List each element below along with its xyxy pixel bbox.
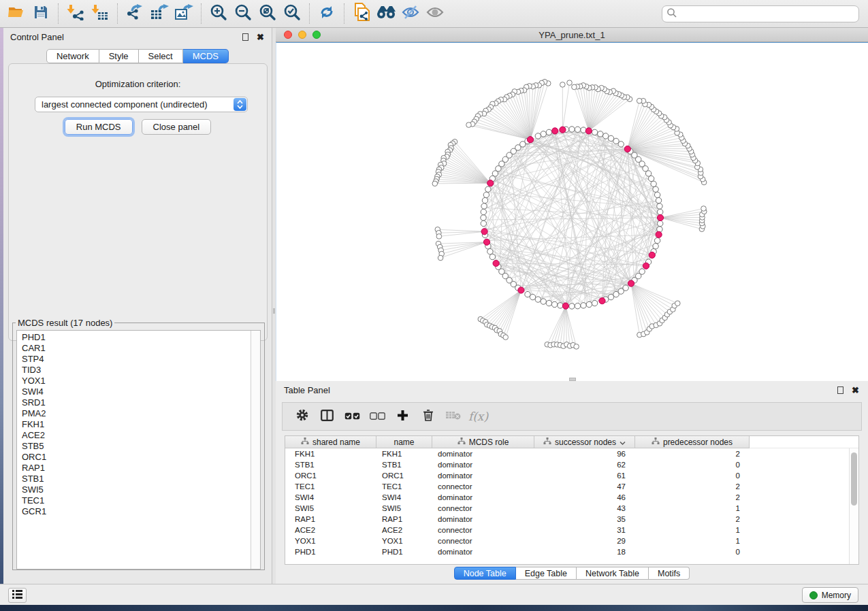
memory-button[interactable]: Memory — [802, 587, 858, 603]
zoom-in-button[interactable] — [206, 3, 231, 24]
open-folder-icon — [7, 5, 25, 22]
cell-name: ACE2 — [376, 526, 432, 534]
cell-name: RAP1 — [376, 515, 432, 523]
network-canvas[interactable] — [276, 42, 868, 381]
table-row[interactable]: ACE2ACE2connector311 — [285, 525, 849, 535]
run-mcds-button[interactable]: Run MCDS — [65, 119, 133, 135]
result-node[interactable]: FKH1 — [22, 419, 251, 430]
result-node[interactable]: STB1 — [22, 474, 251, 484]
result-node[interactable]: PHD1 — [22, 332, 251, 343]
refresh-button[interactable] — [315, 3, 339, 24]
export-network-button[interactable] — [123, 3, 147, 24]
mcds-result-title: MCDS result (17 nodes) — [16, 318, 114, 328]
result-node[interactable]: YOX1 — [22, 376, 251, 386]
close-panel-icon[interactable]: ✖ — [851, 386, 860, 395]
table-scrollbar[interactable] — [849, 448, 858, 564]
result-node[interactable]: PMA2 — [22, 408, 251, 419]
table-row[interactable]: RAP1RAP1dominator352 — [285, 514, 849, 525]
float-panel-icon[interactable] — [836, 386, 845, 395]
table-row[interactable]: FKH1FKH1dominator962 — [285, 448, 849, 459]
column-header-MCDS-role[interactable]: MCDS role — [432, 436, 534, 448]
export-image-button[interactable] — [172, 3, 196, 24]
tab-select[interactable]: Select — [139, 49, 183, 63]
result-node[interactable]: SWI5 — [22, 484, 251, 495]
cell-MCDS-role: connector — [432, 504, 534, 512]
table-row[interactable]: SWI5SWI5connector431 — [285, 503, 849, 514]
tab-node-table[interactable]: Node Table — [454, 567, 516, 580]
delete-column-button[interactable] — [415, 405, 440, 428]
table-row[interactable]: ORC1ORC1dominator610 — [285, 470, 849, 481]
tab-motifs[interactable]: Motifs — [649, 567, 690, 580]
optimization-criterion-select[interactable]: largest connected component (undirected) — [35, 97, 248, 112]
column-header-shared-name[interactable]: shared name — [285, 436, 376, 448]
network-view-titlebar[interactable]: YPA_prune.txt_1 — [276, 28, 868, 42]
result-node[interactable]: STP4 — [22, 354, 251, 365]
open-session-button[interactable] — [4, 3, 29, 24]
import-network-button[interactable] — [63, 3, 88, 24]
result-node[interactable]: SRD1 — [22, 397, 251, 408]
network-view-title: YPA_prune.txt_1 — [276, 30, 868, 40]
column-header-successor-nodes[interactable]: successor nodes — [534, 436, 635, 448]
result-node[interactable]: ACE2 — [22, 430, 251, 441]
delete-table-button[interactable] — [440, 405, 466, 428]
result-scrollbar[interactable] — [251, 331, 260, 569]
column-header-name[interactable]: name — [376, 436, 432, 448]
deselect-all-rows-button[interactable] — [365, 405, 390, 428]
export-network-icon — [125, 4, 144, 23]
export-table-button[interactable] — [147, 3, 172, 24]
result-node[interactable]: GCR1 — [22, 506, 251, 517]
show-all-icon — [425, 4, 445, 23]
tab-network[interactable]: Network — [46, 49, 99, 63]
result-node[interactable]: STB5 — [22, 441, 251, 452]
zoom-out-button[interactable] — [231, 3, 255, 24]
table-row[interactable]: YOX1YOX1connector291 — [285, 535, 849, 546]
zoom-fit-button[interactable] — [255, 3, 280, 24]
result-node[interactable]: TEC1 — [22, 495, 251, 506]
table-row[interactable]: STB1STB1dominator620 — [285, 459, 849, 470]
table-row[interactable]: PHD1PHD1dominator180 — [285, 546, 849, 557]
hide-selected-button[interactable] — [398, 3, 423, 24]
cell-name: SWI5 — [376, 504, 432, 512]
scrollbar-thumb[interactable] — [851, 452, 857, 506]
list-icon — [12, 589, 23, 601]
result-node[interactable]: SWI4 — [22, 386, 251, 397]
search-input[interactable] — [677, 9, 854, 19]
columns-icon — [321, 410, 334, 424]
find-button[interactable] — [374, 3, 398, 24]
criterion-value: largest connected component (undirected) — [35, 99, 234, 110]
tab-style[interactable]: Style — [99, 49, 139, 63]
select-all-rows-button[interactable] — [340, 405, 365, 428]
cell-successor-nodes: 47 — [534, 482, 635, 491]
table-row[interactable]: TEC1TEC1connector472 — [285, 481, 849, 492]
cell-MCDS-role: dominator — [432, 515, 534, 523]
task-history-button[interactable] — [8, 588, 27, 603]
zoom-selected-button[interactable] — [280, 3, 304, 24]
column-header-predecessor-nodes[interactable]: predecessor nodes — [635, 436, 750, 448]
function-builder-button[interactable]: f(x) — [466, 405, 491, 428]
table-settings-button[interactable] — [289, 405, 315, 428]
cell-shared-name: YOX1 — [285, 537, 376, 545]
import-table-icon — [91, 4, 109, 23]
result-node[interactable]: ORC1 — [22, 452, 251, 463]
gear-icon — [295, 408, 309, 425]
toolbar-search — [662, 5, 859, 22]
create-column-button[interactable] — [390, 405, 415, 428]
network-from-clipboard-button[interactable] — [349, 3, 374, 24]
show-all-button[interactable] — [423, 3, 447, 24]
float-panel-icon[interactable] — [241, 33, 250, 42]
save-session-button[interactable] — [29, 3, 53, 24]
result-node[interactable]: CAR1 — [22, 343, 251, 354]
show-columns-button[interactable] — [315, 405, 340, 428]
control-panel-title: Control Panel — [10, 32, 235, 42]
cell-shared-name: ORC1 — [285, 472, 376, 480]
import-table-button[interactable] — [88, 3, 112, 24]
tab-network-table[interactable]: Network Table — [577, 567, 649, 580]
close-panel-icon[interactable]: ✖ — [256, 33, 265, 42]
result-node[interactable]: TID3 — [22, 365, 251, 376]
tab-edge-table[interactable]: Edge Table — [516, 567, 577, 580]
tab-mcds[interactable]: MCDS — [183, 49, 229, 63]
network-graph[interactable] — [276, 43, 867, 381]
result-node[interactable]: RAP1 — [22, 463, 251, 474]
table-row[interactable]: SWI4SWI4dominator462 — [285, 492, 849, 503]
close-panel-button[interactable]: Close panel — [142, 119, 212, 135]
